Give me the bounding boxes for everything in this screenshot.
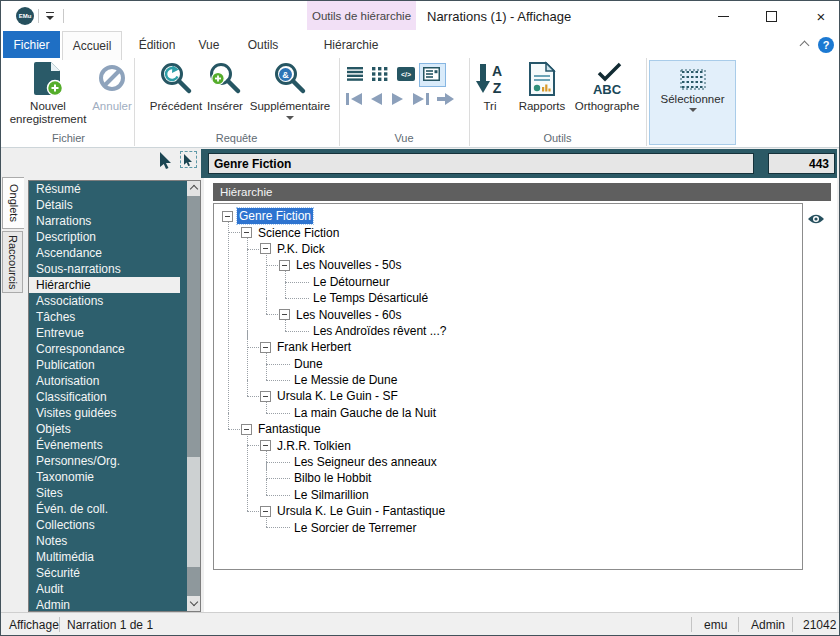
sidebar-item[interactable]: Associations bbox=[29, 293, 180, 309]
goto-record-icon[interactable] bbox=[436, 92, 455, 110]
minimize-button[interactable] bbox=[707, 5, 739, 27]
tree-node[interactable]: P.K. Dick bbox=[260, 241, 802, 257]
tree-node[interactable]: Ursula K. Le Guin - Fantastique bbox=[260, 503, 802, 519]
next-record-icon[interactable] bbox=[390, 92, 406, 110]
quick-access-dropdown-icon[interactable] bbox=[45, 12, 55, 20]
grid-view-icon[interactable] bbox=[372, 67, 388, 85]
spelling-button[interactable]: ABC Orthographe bbox=[571, 61, 643, 113]
select-cursor-icon[interactable] bbox=[159, 152, 173, 173]
collapse-node-icon[interactable] bbox=[260, 391, 271, 402]
tree-node-label: Le Sorcier de Terremer bbox=[292, 520, 419, 536]
scroll-down-icon[interactable] bbox=[187, 596, 200, 611]
tree-node[interactable]: Dune bbox=[279, 356, 802, 372]
tree-node[interactable]: Les Androïdes rêvent ...? bbox=[298, 323, 802, 339]
sidebar-item[interactable]: Correspondance bbox=[29, 341, 180, 357]
close-button[interactable]: × bbox=[805, 5, 837, 27]
sidebar-item[interactable]: Tâches bbox=[29, 309, 180, 325]
tab-hierarchie[interactable]: Hiérarchie bbox=[297, 31, 405, 58]
sidebar-item[interactable]: Taxonomie bbox=[29, 469, 180, 485]
maximize-button[interactable] bbox=[755, 5, 787, 27]
tree-node[interactable]: Ursula K. Le Guin - SF bbox=[260, 388, 802, 404]
scroll-up-icon[interactable] bbox=[187, 181, 200, 196]
tab-fichier[interactable]: Fichier bbox=[3, 31, 60, 58]
sidebar-item[interactable]: Sites bbox=[29, 485, 180, 501]
tab-vue[interactable]: Vue bbox=[191, 31, 227, 58]
tree-node[interactable]: Frank Herbert bbox=[260, 339, 802, 355]
sidebar-item[interactable]: Évén. de coll. bbox=[29, 501, 180, 517]
marquee-select-icon[interactable] bbox=[180, 151, 197, 168]
help-icon[interactable]: ? bbox=[818, 37, 834, 53]
side-tab-raccourcis[interactable]: Raccourcis bbox=[2, 231, 23, 293]
eye-icon[interactable] bbox=[807, 211, 825, 229]
tree-node[interactable]: Les Nouvelles - 60s bbox=[279, 306, 802, 322]
sidebar-item[interactable]: Entrevue bbox=[29, 325, 180, 341]
collapse-node-icon[interactable] bbox=[260, 440, 271, 451]
collapse-ribbon-icon[interactable] bbox=[800, 41, 810, 47]
sidebar-item[interactable]: Audit bbox=[29, 581, 180, 597]
collapse-node-icon[interactable] bbox=[279, 260, 290, 271]
sort-button[interactable]: A Z Tri bbox=[471, 61, 509, 113]
tree-node[interactable]: J.R.R. Tolkien bbox=[260, 437, 802, 453]
tree-node[interactable]: Le Temps Désarticulé bbox=[298, 290, 802, 306]
tab-outils[interactable]: Outils bbox=[237, 31, 289, 58]
collapse-node-icon[interactable] bbox=[279, 309, 290, 320]
list-view-icon[interactable] bbox=[347, 67, 364, 85]
collapse-node-icon[interactable] bbox=[222, 211, 233, 222]
app-logo-icon[interactable]: EMu bbox=[16, 7, 34, 25]
tree-node[interactable]: La main Gauche de la Nuit bbox=[279, 405, 802, 421]
tab-edition[interactable]: Édition bbox=[129, 31, 185, 58]
tree-node[interactable]: Le Messie de Dune bbox=[279, 372, 802, 388]
insert-query-button[interactable]: Insérer bbox=[204, 61, 246, 113]
side-tab-onglets[interactable]: Onglets bbox=[2, 177, 24, 229]
collapse-node-icon[interactable] bbox=[241, 424, 252, 435]
previous-query-button[interactable]: Précédent bbox=[143, 61, 209, 113]
sidebar-item[interactable]: Notes bbox=[29, 533, 180, 549]
sidebar-item[interactable]: Publication bbox=[29, 357, 180, 373]
tree-node[interactable]: Le Sorcier de Terremer bbox=[279, 519, 802, 535]
tree-node[interactable]: Les Seigneur des anneaux bbox=[279, 454, 802, 470]
tree-node[interactable]: Bilbo le Hobbit bbox=[279, 470, 802, 486]
sidebar-item[interactable]: Narrations bbox=[29, 213, 180, 229]
sidebar-item[interactable]: Événements bbox=[29, 437, 180, 453]
sidebar-item[interactable]: Description bbox=[29, 229, 180, 245]
sidebar-item[interactable]: Visites guidées bbox=[29, 405, 180, 421]
sidebar-item[interactable]: Sécurité bbox=[29, 565, 180, 581]
collapse-node-icon[interactable] bbox=[260, 243, 271, 254]
tab-accueil[interactable]: Accueil bbox=[62, 31, 122, 60]
last-record-icon[interactable] bbox=[411, 92, 430, 110]
code-view-icon[interactable]: </> bbox=[397, 67, 415, 85]
sidebar-item[interactable]: Hiérarchie bbox=[29, 277, 180, 293]
tree-node[interactable]: Les Nouvelles - 50s bbox=[279, 257, 802, 273]
sidebar-item[interactable]: Sous-narrations bbox=[29, 261, 180, 277]
additional-query-button[interactable]: & Supplémentaire bbox=[247, 61, 333, 120]
scrollbar-thumb[interactable] bbox=[187, 457, 200, 567]
reports-button[interactable]: Rapports bbox=[513, 61, 571, 113]
sidebar-item[interactable]: Détails bbox=[29, 197, 180, 213]
collapse-node-icon[interactable] bbox=[260, 342, 271, 353]
previous-record-icon[interactable] bbox=[368, 92, 384, 110]
tree-node[interactable]: Le Silmarillion bbox=[279, 487, 802, 503]
first-record-icon[interactable] bbox=[345, 92, 364, 110]
record-summary-field[interactable]: Genre Fiction bbox=[208, 153, 754, 174]
sidebar-item[interactable]: Résumé bbox=[29, 181, 180, 197]
sidebar-item[interactable]: Multimédia bbox=[29, 549, 180, 565]
sidebar-item[interactable]: Collections bbox=[29, 517, 180, 533]
sidebar-item[interactable]: Admin bbox=[29, 597, 180, 612]
sidebar-item[interactable]: Objets bbox=[29, 421, 180, 437]
sidebar-item[interactable]: Autorisation bbox=[29, 373, 180, 389]
new-record-button[interactable]: Nouvel enregistrement bbox=[5, 61, 91, 126]
group-label-requete: Requête bbox=[134, 132, 339, 144]
form-view-icon[interactable] bbox=[423, 67, 440, 85]
tree-node[interactable]: Science Fiction bbox=[241, 224, 802, 240]
sidebar-item[interactable]: Personnes/Org. bbox=[29, 453, 180, 469]
sidebar-item[interactable]: Ascendance bbox=[29, 245, 180, 261]
sidebar-scrollbar[interactable] bbox=[187, 181, 200, 611]
tree-node[interactable]: Fantastique bbox=[241, 421, 802, 437]
collapse-node-icon[interactable] bbox=[241, 227, 252, 238]
sidebar-item[interactable]: Classification bbox=[29, 389, 180, 405]
collapse-node-icon[interactable] bbox=[260, 506, 271, 517]
tree-node[interactable]: Genre Fiction bbox=[222, 208, 802, 224]
tree-node[interactable]: Le Détourneur bbox=[298, 274, 802, 290]
select-button[interactable]: Sélectionner bbox=[649, 60, 736, 145]
cancel-button[interactable]: Annuler bbox=[91, 61, 133, 113]
